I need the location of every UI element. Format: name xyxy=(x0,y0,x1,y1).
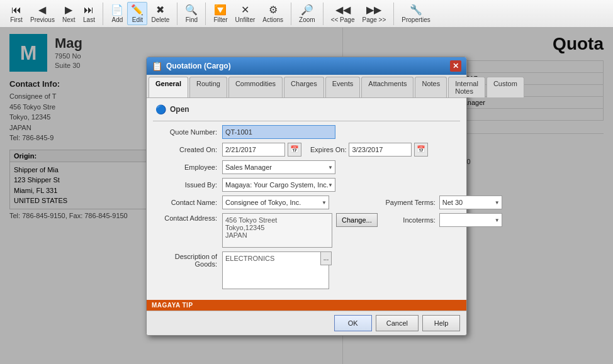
expires-on-calendar-button[interactable]: 📅 xyxy=(414,143,428,157)
ok-button[interactable]: OK xyxy=(334,315,372,331)
contact-name-label: Contact Name: xyxy=(153,199,222,206)
find-icon: 🔍 xyxy=(185,4,198,16)
tab-charges[interactable]: Charges xyxy=(284,77,324,97)
payment-terms-select-wrapper: Net 30 xyxy=(439,196,502,209)
zoom-button[interactable]: 🔎 Zoom xyxy=(295,2,319,25)
page-group: ◀◀ << Page ▶▶ Page >> xyxy=(323,3,395,25)
find-button[interactable]: 🔍 Find xyxy=(181,2,201,25)
issued-by-select[interactable]: Magaya: Your Cargo System, Inc. xyxy=(222,178,335,192)
contact-address-textarea[interactable]: 456 Tokyo Street Tokyo,12345 JAPAN xyxy=(222,213,332,248)
quotation-dialog: 📋 Quotation (Cargo) ✕ General Routing Co… xyxy=(146,57,467,336)
add-icon: 📄 xyxy=(111,4,123,16)
tab-commodities[interactable]: Commodities xyxy=(228,77,283,97)
dialog-footer: OK Cancel Help xyxy=(147,311,466,335)
status-text: Open xyxy=(170,105,189,114)
divider xyxy=(153,121,460,121)
incoterms-row: Incoterms: xyxy=(383,213,502,227)
description-textarea[interactable]: ELECTRONICS xyxy=(222,251,329,289)
tab-events[interactable]: Events xyxy=(325,77,361,97)
form-right-col: Payment Terms: Net 30 Incoterms: xyxy=(383,196,502,295)
next-button[interactable]: ▶ Next xyxy=(59,2,79,25)
tab-internal-notes[interactable]: Internal Notes xyxy=(448,77,485,97)
next-icon: ▶ xyxy=(65,4,72,16)
created-on-calendar-button[interactable]: 📅 xyxy=(288,143,301,157)
tab-custom[interactable]: Custom xyxy=(486,77,524,97)
main-content: M Mag 7950 No Suite 30 Contact Info: Con… xyxy=(0,28,613,364)
filter-icon: 🔽 xyxy=(214,4,227,16)
first-button[interactable]: ⏮ First xyxy=(6,3,26,25)
zoom-group: 🔎 Zoom xyxy=(291,3,323,25)
zoom-icon: 🔎 xyxy=(301,4,313,16)
prev-page-icon: ◀◀ xyxy=(335,4,351,16)
tab-notes[interactable]: Notes xyxy=(415,77,447,97)
contact-name-select[interactable]: Consignee of Tokyo, Inc. xyxy=(222,196,329,209)
description-ellipsis-button[interactable]: ... xyxy=(320,251,332,265)
employee-select[interactable]: Sales Manager xyxy=(222,160,335,174)
previous-button[interactable]: ◀ Previous xyxy=(26,2,59,25)
modal-overlay: 📋 Quotation (Cargo) ✕ General Routing Co… xyxy=(0,28,613,364)
quote-number-label: Quote Number: xyxy=(153,128,222,136)
desc-label: Description of Goods: xyxy=(153,251,222,268)
issued-by-label: Issued By: xyxy=(153,181,222,189)
form-left-col: Contact Name: Consignee of Tokyo, Inc. C… xyxy=(153,196,378,295)
expires-on-input[interactable] xyxy=(349,143,412,157)
quote-number-row: Quote Number: xyxy=(153,125,460,139)
add-button[interactable]: 📄 Add xyxy=(107,2,127,25)
footer-buttons: OK Cancel Help xyxy=(334,315,460,331)
unfilter-button[interactable]: ✕ Unfilter xyxy=(232,2,259,25)
change-button[interactable]: Change... xyxy=(336,213,378,227)
created-on-group: 📅 xyxy=(222,143,301,157)
properties-group: 🔧 Properties xyxy=(394,3,438,25)
last-button[interactable]: ⏭ Last xyxy=(79,3,99,25)
employee-label: Employee: xyxy=(153,163,222,171)
contact-name-select-wrapper: Consignee of Tokyo, Inc. xyxy=(222,196,329,209)
contact-address-group: 456 Tokyo Street Tokyo,12345 JAPAN Chang… xyxy=(222,213,378,248)
status-bar: 🔵 Open xyxy=(153,103,460,116)
employee-row: Employee: Sales Manager xyxy=(153,160,460,174)
quote-number-input[interactable] xyxy=(222,125,335,139)
cancel-button[interactable]: Cancel xyxy=(376,315,419,331)
contact-address-row: Contact Address: 456 Tokyo Street Tokyo,… xyxy=(153,213,378,248)
incoterms-label: Incoterms: xyxy=(383,216,439,224)
next-page-button[interactable]: ▶▶ Page >> xyxy=(358,2,390,25)
nav-group: ⏮ First ◀ Previous ▶ Next ⏭ Last xyxy=(3,3,103,25)
filter-button[interactable]: 🔽 Filter xyxy=(210,2,231,25)
tab-general[interactable]: General xyxy=(149,77,188,97)
tab-attachments[interactable]: Attachments xyxy=(361,77,413,97)
edit-button[interactable]: ✏️ Edit xyxy=(127,2,147,25)
delete-button[interactable]: ✖ Delete xyxy=(147,2,173,25)
actions-icon: ⚙ xyxy=(269,4,278,16)
actions-button[interactable]: ⚙ Actions xyxy=(259,2,287,25)
help-button[interactable]: Help xyxy=(422,315,460,331)
last-icon: ⏭ xyxy=(84,4,94,16)
tab-routing[interactable]: Routing xyxy=(189,77,227,97)
magaya-tip-label: MAGAYA TIP xyxy=(152,302,193,309)
properties-button[interactable]: 🔧 Properties xyxy=(398,2,434,25)
dialog-title-text: Quotation (Cargo) xyxy=(166,62,231,70)
payment-terms-label: Payment Terms: xyxy=(383,199,439,206)
two-col-section: Contact Name: Consignee of Tokyo, Inc. C… xyxy=(153,196,460,295)
created-on-label: Created On: xyxy=(153,146,222,153)
employee-select-wrapper: Sales Manager xyxy=(222,160,335,174)
description-row: Description of Goods: ELECTRONICS ... xyxy=(153,251,378,291)
dialog-body: 🔵 Open Quote Number: Created On: 📅 xyxy=(147,98,466,300)
toolbar: ⏮ First ◀ Previous ▶ Next ⏭ Last 📄 Add ✏… xyxy=(0,0,613,28)
expires-on-group: 📅 xyxy=(349,143,428,157)
prev-page-button[interactable]: ◀◀ << Page xyxy=(327,2,359,25)
next-page-icon: ▶▶ xyxy=(366,4,381,16)
contact-address-label: Contact Address: xyxy=(153,213,222,222)
created-on-input[interactable] xyxy=(222,143,285,157)
dialog-close-button[interactable]: ✕ xyxy=(450,60,461,72)
edit-icon: ✏️ xyxy=(131,4,143,16)
unfilter-icon: ✕ xyxy=(241,4,249,16)
dates-row: Created On: 📅 Expires On: 📅 xyxy=(153,143,460,157)
edit-group: 📄 Add ✏️ Edit ✖ Delete xyxy=(103,3,177,25)
filter-group: 🔽 Filter ✕ Unfilter ⚙ Actions xyxy=(206,3,291,25)
issued-by-select-wrapper: Magaya: Your Cargo System, Inc. xyxy=(222,178,335,192)
payment-terms-select[interactable]: Net 30 xyxy=(439,196,502,209)
payment-terms-row: Payment Terms: Net 30 xyxy=(383,196,502,209)
issued-by-row: Issued By: Magaya: Your Cargo System, In… xyxy=(153,178,460,192)
status-icon: 🔵 xyxy=(155,104,166,114)
incoterms-select[interactable] xyxy=(439,213,502,227)
incoterms-select-wrapper xyxy=(439,213,502,227)
